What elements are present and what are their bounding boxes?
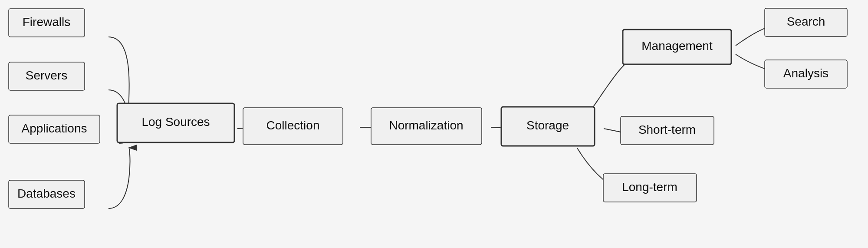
log-sources-label: Log Sources: [141, 115, 210, 129]
arrow-databases-logsources: [108, 148, 130, 208]
applications-label: Applications: [22, 122, 87, 135]
analysis-label: Analysis: [783, 66, 829, 80]
servers-label: Servers: [26, 69, 67, 82]
long-term-label: Long-term: [622, 180, 677, 194]
short-term-label: Short-term: [638, 123, 696, 136]
firewalls-label: Firewalls: [23, 15, 70, 29]
management-label: Management: [641, 39, 713, 53]
storage-label: Storage: [526, 119, 569, 132]
collection-label: Collection: [266, 119, 320, 132]
databases-label: Databases: [17, 187, 76, 200]
normalization-label: Normalization: [389, 119, 463, 132]
search-label: Search: [787, 15, 825, 28]
